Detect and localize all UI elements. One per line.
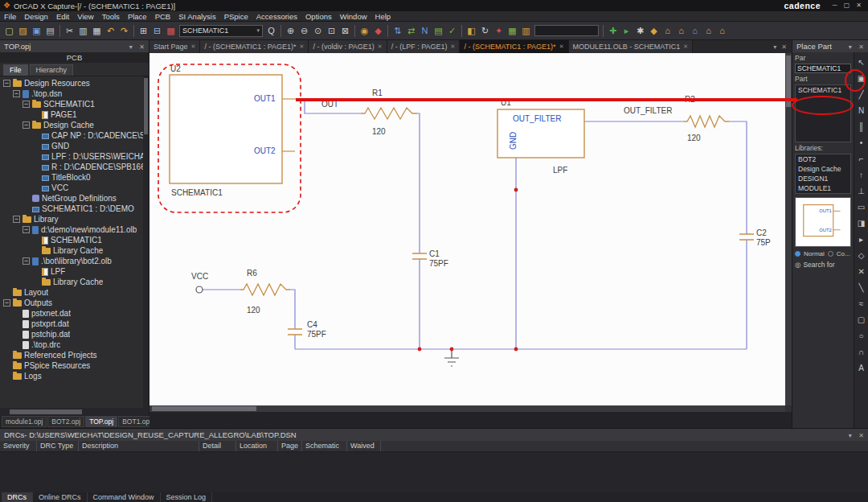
place-bus-entry-icon[interactable]: ⌐ <box>855 152 867 167</box>
place-line-icon[interactable]: ╲ <box>855 281 867 295</box>
tree-item-schematic1-d-demo[interactable]: SCHEMATIC1 : D:\DEMO <box>0 204 149 214</box>
expand-toggle[interactable]: − <box>13 216 20 223</box>
u1-block[interactable] <box>497 109 584 158</box>
chevron-down-icon[interactable]: ▾ <box>849 43 852 51</box>
scrollbar-thumb[interactable] <box>144 78 148 134</box>
status-tab-online-drcs[interactable]: Online DRCs <box>33 492 88 502</box>
paste-icon[interactable]: ▦ <box>90 24 104 38</box>
tree-item-lpf[interactable]: LPF <box>0 266 149 277</box>
expand-toggle[interactable]: − <box>3 299 10 307</box>
close-icon[interactable]: ✕ <box>858 432 864 439</box>
cut-icon[interactable]: ✂ <box>63 24 76 38</box>
zoom-out-icon[interactable]: ⊖ <box>297 24 311 38</box>
settings-icon[interactable]: ✱ <box>633 24 647 38</box>
tree-item-gnd[interactable]: GND <box>0 141 149 151</box>
place-hier-port-icon[interactable]: ◨ <box>855 216 867 231</box>
place-net-alias-icon[interactable]: N <box>855 104 867 118</box>
zoom-scale-icon[interactable]: ⊙ <box>311 24 325 38</box>
tree-item-layout[interactable]: Layout <box>0 287 149 298</box>
expand-toggle[interactable]: − <box>23 101 30 108</box>
expand-toggle[interactable]: − <box>23 257 30 265</box>
doc-tab-1-schematic1-page1[interactable]: / - (SCHEMATIC1 : PAGE1)*✕ <box>200 40 309 53</box>
run-icon[interactable]: ▸ <box>620 24 633 38</box>
cross-probe-icon[interactable]: ✦ <box>492 24 506 38</box>
close-icon[interactable]: ✕ <box>858 43 864 51</box>
toolbar-text-input[interactable] <box>534 25 599 36</box>
tree-item-page1[interactable]: PAGE1 <box>0 109 149 120</box>
select-arrow-icon[interactable]: ↖ <box>855 56 867 70</box>
menu-tools[interactable]: Tools <box>98 11 124 22</box>
tree-item-pspice-resources[interactable]: PSpice Resources <box>0 360 149 371</box>
close-icon[interactable]: ✕ <box>559 43 564 50</box>
part-search-input[interactable]: SCHEMATIC1 <box>795 64 851 73</box>
close-button[interactable]: ✕ <box>853 0 865 11</box>
drc-column-description[interactable]: Description <box>79 441 199 451</box>
library-item[interactable]: Design Cache <box>796 164 850 174</box>
place-hier-pin-icon[interactable]: ▸ <box>855 232 867 247</box>
place-hier-block-icon[interactable]: ▭ <box>855 200 867 215</box>
chevron-down-icon[interactable]: ▾ <box>849 432 852 439</box>
snap-to-grid-icon[interactable]: ⊞ <box>137 24 150 38</box>
zoom-area-icon[interactable]: ⊡ <box>325 24 338 38</box>
menu-view[interactable]: View <box>73 11 97 22</box>
component-e-icon[interactable]: ⌂ <box>715 24 729 38</box>
scrollbar-thumb[interactable] <box>152 406 256 411</box>
maximize-button[interactable]: ▢ <box>841 0 853 11</box>
expand-toggle[interactable]: − <box>23 121 30 129</box>
tree-item-titleblock0[interactable]: TitleBlock0 <box>0 172 149 183</box>
tab-file[interactable]: File <box>3 64 28 76</box>
undo-icon[interactable]: ↶ <box>104 24 117 38</box>
expand-toggle[interactable]: − <box>23 226 30 233</box>
lock-icon[interactable]: ◆ <box>647 24 661 38</box>
chevron-down-icon[interactable]: ▾ <box>129 43 133 51</box>
new-design-icon[interactable]: ▢ <box>2 24 16 38</box>
menu-options[interactable]: Options <box>301 11 336 22</box>
doc-tab-5-module11-olb-schematic1[interactable]: MODULE11.OLB - SCHEMATIC1✕ <box>569 40 694 53</box>
library-item[interactable]: MODULE11 <box>796 193 850 194</box>
menu-accessories[interactable]: Accessories <box>252 11 301 22</box>
chevron-down-icon[interactable]: ▾ <box>773 43 776 51</box>
close-icon[interactable]: ✕ <box>451 43 456 50</box>
close-icon[interactable]: ✕ <box>191 43 196 50</box>
tree-item-design-resources[interactable]: −Design Resources <box>0 78 149 88</box>
drc-column-schematic[interactable]: Schematic <box>302 441 347 451</box>
part-list-item[interactable]: SCHEMATIC1 <box>796 85 850 95</box>
radio-normal[interactable] <box>795 251 800 257</box>
place-power-icon[interactable]: ↑ <box>855 168 867 183</box>
report-icon[interactable]: ▥ <box>519 24 533 38</box>
u2-block[interactable] <box>170 75 295 183</box>
close-icon[interactable]: ✕ <box>300 43 305 50</box>
close-icon[interactable]: ✕ <box>781 43 787 51</box>
doc-tab-0-start-page[interactable]: Start Page✕ <box>149 40 200 53</box>
tree-item-library[interactable]: −Library <box>0 214 149 224</box>
close-icon[interactable]: ✕ <box>378 43 383 50</box>
place-part-icon[interactable]: ▣ <box>855 72 867 86</box>
tree-item-cap-np-d-cadence-si[interactable]: CAP NP : D:\CADENCE\SI <box>0 130 149 141</box>
drc-check-icon[interactable]: ✓ <box>445 24 459 38</box>
doc-tab-4-schematic1-page1[interactable]: / - (SCHEMATIC1 : PAGE1)*✕ <box>460 40 568 53</box>
scrollbar-thumb[interactable] <box>10 409 82 414</box>
tree-item-schematic1[interactable]: −SCHEMATIC1 <box>0 99 149 109</box>
tree-item-design-cache[interactable]: −Design Cache <box>0 120 149 130</box>
tree-item-logs[interactable]: Logs <box>0 371 149 381</box>
drc-column-drc-type[interactable]: DRC Type <box>37 441 79 451</box>
add-net-icon[interactable]: ✚ <box>606 24 620 38</box>
tree-item-library-cache[interactable]: Library Cache <box>0 245 149 256</box>
place-ground-icon[interactable]: ⊥ <box>855 184 867 199</box>
menu-pcb[interactable]: PCB <box>151 11 175 22</box>
drc-column-location[interactable]: Location <box>236 441 278 451</box>
redo-icon[interactable]: ↷ <box>117 24 131 38</box>
tree-item-pstxnet-dat[interactable]: pstxnet.dat <box>0 308 149 319</box>
expand-toggle[interactable]: − <box>13 90 20 97</box>
tree-item-netgroup-definitions[interactable]: NetGroup Definitions <box>0 193 149 204</box>
drc-column-page[interactable]: Page <box>278 441 302 451</box>
canvas-vertical-scrollbar[interactable] <box>785 53 792 405</box>
wires[interactable] <box>203 99 747 349</box>
fisheye-view-icon[interactable]: ◉ <box>358 24 371 38</box>
tree-item-top-dsn[interactable]: −.\top.dsn <box>0 88 149 99</box>
library-item[interactable]: DESIGN1 <box>796 174 850 183</box>
tree-item-bot-library-bot2-olb[interactable]: −.\bot\library\bot2.olb <box>0 256 149 266</box>
project-tab-top-opj[interactable]: TOP.opj <box>85 416 117 427</box>
minimize-button[interactable]: ─ <box>829 0 841 11</box>
canvas-horizontal-scrollbar[interactable] <box>149 405 785 412</box>
